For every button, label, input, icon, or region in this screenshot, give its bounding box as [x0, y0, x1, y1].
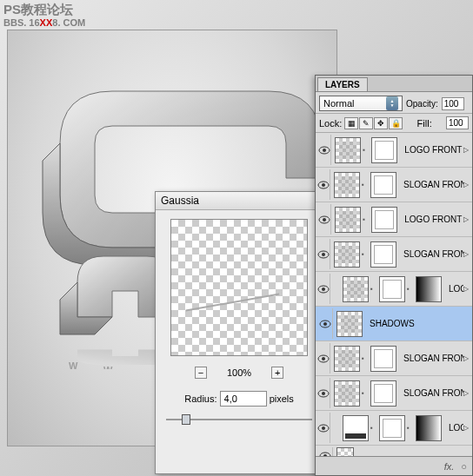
layer-thumb-content[interactable] — [334, 172, 360, 198]
layer-name-label[interactable]: LOGO FRONT A — [401, 145, 463, 155]
lock-all-icon[interactable]: 🔒 — [389, 117, 403, 129]
lock-pixels-icon[interactable]: ✎ — [359, 117, 373, 129]
zoom-percent: 100% — [227, 367, 251, 378]
svg-point-18 — [322, 392, 325, 395]
zoom-out-button[interactable]: − — [195, 367, 207, 379]
thumb-group: ▪ — [330, 241, 400, 268]
link-icon: ▪ — [363, 146, 370, 154]
opacity-input[interactable] — [442, 97, 464, 110]
thumb-group: ▪▪ — [330, 415, 445, 441]
disclosure-icon[interactable]: ▷ — [463, 424, 470, 432]
radius-row: Radius: pixels — [156, 386, 323, 408]
blend-mode-select[interactable]: Normal — [319, 96, 403, 111]
visibility-toggle[interactable] — [317, 308, 333, 339]
visibility-toggle[interactable] — [317, 413, 330, 443]
layer-row[interactable]: ▪ SLOGAN FRONT A ▷ — [316, 168, 472, 202]
link-icon: ▪ — [407, 424, 414, 432]
layers-tab[interactable]: LAYERS — [317, 77, 368, 91]
thumb-group: ▪ — [330, 380, 400, 407]
blend-opacity-row: Normal Opacity: — [316, 92, 472, 114]
layer-thumb-mask[interactable] — [370, 346, 396, 372]
layer-name-label[interactable]: LOGO FRONT B — [401, 215, 463, 224]
disclosure-icon[interactable]: ▷ — [463, 389, 470, 397]
visibility-toggle[interactable] — [317, 135, 331, 165]
link-icon: ▪ — [363, 215, 370, 223]
layer-name-label[interactable]: SHADOWS — [366, 319, 415, 328]
layer-thumb-grad[interactable] — [416, 415, 442, 441]
disclosure-icon[interactable]: ▷ — [463, 285, 470, 293]
layer-thumb-mask[interactable] — [370, 241, 396, 268]
fx-icon[interactable]: fx. — [444, 461, 455, 472]
footer-dot-icon[interactable]: ○ — [461, 461, 467, 472]
layer-row[interactable]: ▪ LOGO FRONT A ▷ — [316, 133, 472, 168]
layer-name-label[interactable]: LOGO FRONT B_R — [445, 423, 463, 433]
layer-thumb-content[interactable] — [334, 346, 360, 372]
layer-name-label[interactable]: SLOGAN FRONT B_R — [400, 388, 463, 398]
opacity-label: Opacity: — [406, 99, 438, 109]
zoom-in-button[interactable]: + — [271, 367, 283, 379]
dialog-title: Gaussia — [156, 192, 323, 210]
lock-icon-group: ▦ ✎ ✥ 🔒 — [344, 117, 403, 129]
svg-point-10 — [322, 253, 325, 256]
lock-fill-row: Lock: ▦ ✎ ✥ 🔒 Fill: — [316, 114, 472, 133]
layers-panel[interactable]: LAYERS Normal Opacity: Lock: ▦ ✎ ✥ 🔒 Fil… — [315, 75, 473, 476]
layer-thumb-mask[interactable] — [379, 276, 405, 302]
thumb-group: ▪ — [330, 346, 400, 372]
layer-thumb-mask[interactable] — [379, 415, 405, 441]
layer-row[interactable]: ▪ SLOGAN FRONT B_R ▷ — [316, 376, 472, 411]
svg-point-12 — [322, 288, 325, 291]
gaussian-blur-dialog[interactable]: Gaussia − 100% + Radius: pixels — [155, 191, 323, 474]
layer-thumb-content[interactable] — [335, 207, 361, 233]
layer-thumb-content[interactable] — [335, 137, 361, 163]
radius-slider[interactable] — [166, 413, 312, 426]
visibility-toggle[interactable] — [317, 343, 330, 374]
layer-row[interactable]: ▪ SLOGAN FRONT B ▷ — [316, 237, 472, 272]
layer-thumb-mask[interactable] — [370, 380, 396, 407]
zoom-controls: − 100% + — [156, 365, 323, 386]
layer-thumb-dark[interactable] — [343, 415, 369, 441]
layer-thumb-mask[interactable] — [371, 207, 397, 233]
fill-label: Fill: — [417, 118, 432, 129]
svg-point-4 — [323, 149, 326, 152]
visibility-toggle[interactable] — [317, 204, 331, 235]
layer-thumb-content[interactable] — [334, 241, 360, 268]
disclosure-icon[interactable]: ▷ — [463, 215, 470, 223]
layer-thumb-content[interactable] — [336, 311, 363, 337]
layer-row[interactable]: ▪ SLOGAN FRONT A_R ▷ — [316, 341, 472, 376]
layer-thumb-content[interactable] — [343, 276, 369, 302]
disclosure-icon[interactable]: ▷ — [463, 250, 470, 258]
layer-thumb-grad[interactable] — [416, 276, 442, 302]
visibility-toggle[interactable] — [317, 239, 330, 269]
svg-point-14 — [323, 322, 327, 326]
disclosure-icon[interactable]: ▷ — [463, 354, 470, 362]
visibility-toggle[interactable] — [317, 378, 330, 408]
slider-thumb[interactable] — [182, 414, 190, 425]
filter-preview[interactable] — [170, 219, 308, 356]
layer-name-label[interactable]: SLOGAN FRONT A — [400, 180, 463, 189]
watermark-url: BBS. 16XX8. COM — [3, 17, 85, 29]
thumb-group: ▪ — [331, 137, 401, 163]
stepper-icon[interactable] — [386, 96, 398, 110]
visibility-toggle[interactable] — [317, 274, 330, 304]
layer-thumb-mask[interactable] — [370, 172, 396, 198]
disclosure-icon[interactable]: ▷ — [463, 181, 470, 188]
layer-row[interactable]: SHADOWS — [316, 307, 472, 341]
svg-text:W: W — [103, 365, 113, 369]
layer-row[interactable]: ▪ LOGO FRONT B ▷ — [316, 202, 472, 237]
layer-name-label[interactable]: LOGO FRONT A_R — [445, 284, 463, 294]
disclosure-icon[interactable]: ▷ — [463, 146, 470, 154]
radius-label: Radius: — [184, 393, 217, 404]
layer-row[interactable]: ▪▪ LOGO FRONT B_R ▷ — [316, 411, 472, 446]
fill-input[interactable] — [446, 116, 469, 129]
layer-name-label[interactable]: SLOGAN FRONT A_R — [400, 354, 463, 363]
layer-thumb-content[interactable] — [334, 380, 360, 407]
radius-input[interactable] — [220, 391, 267, 407]
layer-row[interactable]: ▪▪ LOGO FRONT A_R ▷ — [316, 272, 472, 307]
layer-name-label[interactable]: SLOGAN FRONT B — [400, 249, 463, 259]
link-icon: ▪ — [362, 354, 369, 362]
thumb-group: ▪ — [330, 172, 400, 198]
layer-thumb-mask[interactable] — [371, 137, 397, 163]
visibility-toggle[interactable] — [317, 169, 330, 200]
lock-transparency-icon[interactable]: ▦ — [344, 117, 358, 129]
lock-position-icon[interactable]: ✥ — [374, 117, 388, 129]
